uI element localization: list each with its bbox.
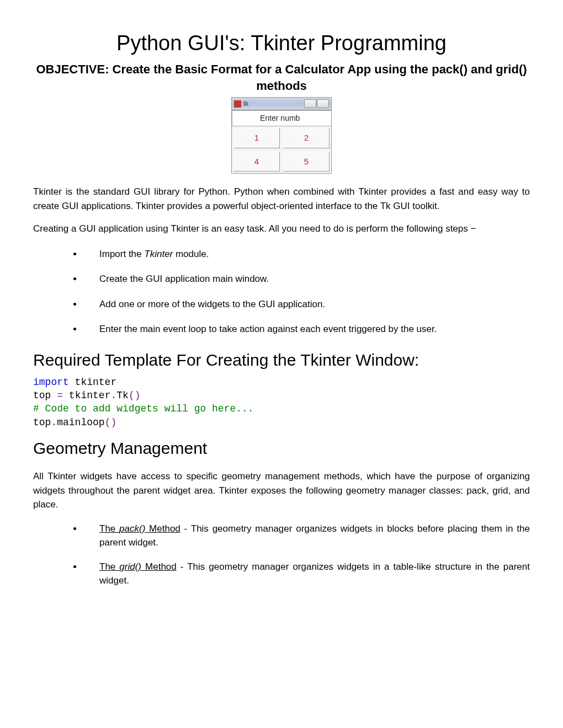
page-title: Python GUI's: Tkinter Programming <box>33 28 530 59</box>
code-l2c: tkinter <box>63 390 110 401</box>
code-l1b: tkinter <box>69 377 116 388</box>
code-l2a: top <box>33 390 57 401</box>
grid-method-link[interactable]: The grid() Method <box>99 561 177 572</box>
code-l4d: () <box>105 417 117 428</box>
grid-post: Method <box>141 561 177 572</box>
tk-button-1: 1 <box>233 128 280 148</box>
step-1-em: Tkinter <box>144 249 173 259</box>
step-1-post: module. <box>173 249 209 259</box>
pack-method-link[interactable]: The pack() Method <box>99 523 180 534</box>
geom-item-pack: The pack() Method - This geometry manage… <box>83 522 530 550</box>
tk-button-5: 5 <box>283 152 330 172</box>
intro-paragraph-2: Creating a GUI application using Tkinter… <box>33 222 530 236</box>
pack-post: Method <box>145 523 180 534</box>
code-l2b: = <box>57 390 63 401</box>
step-item-3: Add one or more of the widgets to the GU… <box>83 297 530 312</box>
step-item-2: Create the GUI application main window. <box>83 272 530 286</box>
geometry-intro: All Tkinter widgets have access to speci… <box>33 469 530 512</box>
code-kw-import: import <box>33 377 69 388</box>
code-comment: # Code to add widgets will go here... <box>33 403 254 414</box>
code-l2e: Tk <box>116 390 129 401</box>
tk-button-grid: 1 2 4 5 <box>232 126 331 173</box>
code-block: import tkinter top = tkinter.Tk() # Code… <box>33 376 530 429</box>
tk-window: tk Enter numb 1 2 4 5 <box>231 97 332 174</box>
intro-paragraph-1: Tkinter is the standard GUI library for … <box>33 185 530 213</box>
objective-heading: OBJECTIVE: Create the Basic Format for a… <box>33 61 530 94</box>
template-heading: Required Template For Creating the Tkint… <box>33 347 530 372</box>
tk-entry-field: Enter numb <box>232 110 331 126</box>
grid-pre: The <box>99 561 119 572</box>
step-item-1: Import the Tkinter module. <box>83 247 530 261</box>
pack-pre: The <box>99 523 119 534</box>
tk-titlebar: tk <box>232 98 331 110</box>
step-1-pre: Import the <box>99 249 144 259</box>
code-l4b: . <box>51 417 57 428</box>
tk-app-icon <box>234 100 241 108</box>
geom-item-grid: The grid() Method - This geometry manage… <box>83 560 530 588</box>
geometry-list: The pack() Method - This geometry manage… <box>33 522 530 588</box>
minimize-icon <box>304 99 316 108</box>
code-l4c: mainloop <box>57 417 104 428</box>
tk-button-2: 2 <box>283 128 330 148</box>
pack-em: pack() <box>119 523 145 534</box>
code-l4a: top <box>33 417 51 428</box>
code-l2d: . <box>110 390 116 401</box>
code-l2f: () <box>129 390 141 401</box>
tk-window-controls <box>304 99 329 108</box>
tk-button-4: 4 <box>233 152 280 172</box>
tk-screenshot: tk Enter numb 1 2 4 5 <box>33 97 530 174</box>
grid-em: grid() <box>119 561 141 572</box>
step-item-4: Enter the main event loop to take action… <box>83 322 530 336</box>
steps-list: Import the Tkinter module. Create the GU… <box>33 247 530 336</box>
tk-body: Enter numb 1 2 4 5 <box>232 110 331 173</box>
maximize-icon <box>317 99 329 108</box>
tk-window-title: tk <box>243 99 248 109</box>
geometry-heading: Geometry Management <box>33 436 530 461</box>
